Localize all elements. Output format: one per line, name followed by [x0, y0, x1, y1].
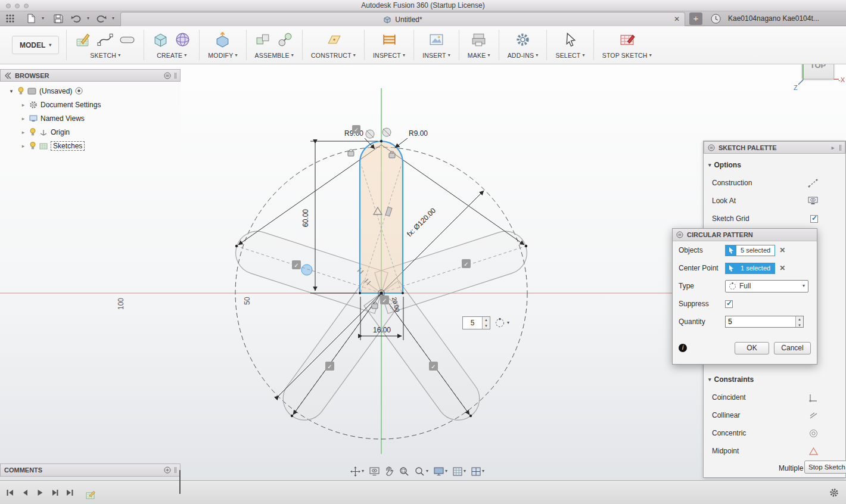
go-to-end-icon[interactable] [66, 489, 74, 497]
options-section-header[interactable]: Options [704, 158, 746, 172]
constraints-section-header[interactable]: Constraints [704, 372, 758, 387]
center-point-selection-chip[interactable]: 1 selected [725, 263, 775, 274]
browser-item-origin[interactable]: Origin [0, 125, 181, 139]
quantity-stepper[interactable] [482, 317, 490, 329]
viewports[interactable] [471, 467, 484, 476]
dim-diameter-text[interactable]: fx: Ø120.00 [405, 206, 437, 238]
browser-item-document-settings[interactable]: Document Settings [0, 98, 181, 111]
slot-icon[interactable] [119, 32, 135, 48]
ribbon-group-modify[interactable]: MODIFY [201, 26, 244, 64]
eye-icon[interactable] [75, 87, 83, 95]
ribbon-group-construct[interactable]: CONSTRUCT [304, 26, 363, 64]
recent-clock-icon[interactable] [710, 13, 721, 24]
collinear-icon[interactable] [809, 411, 818, 420]
create-box-icon[interactable] [153, 32, 169, 48]
look-at-tool[interactable] [369, 467, 380, 476]
ok-button[interactable]: OK [735, 342, 769, 354]
redo-icon[interactable] [95, 13, 107, 24]
app-grid-icon[interactable] [4, 13, 16, 24]
press-pull-icon[interactable] [214, 32, 231, 48]
timeline-sketch-icon[interactable] [86, 490, 96, 500]
workspace-mode-button[interactable]: MODEL [12, 36, 59, 54]
sketch-grid-checkbox[interactable] [810, 215, 818, 223]
browser-item-named-views[interactable]: Named Views [0, 111, 181, 125]
collapse-panel-icon[interactable] [4, 72, 11, 79]
disclosure-icon[interactable] [20, 102, 26, 108]
ribbon-group-inspect[interactable]: INSPECT [366, 26, 412, 64]
clear-objects-icon[interactable] [779, 246, 785, 254]
expand-panel-icon[interactable] [830, 145, 836, 151]
selected-blade-profile[interactable] [360, 141, 403, 293]
spline-icon[interactable] [97, 32, 113, 48]
palette-row-sketch-grid[interactable]: Sketch Grid [704, 210, 845, 227]
save-icon[interactable] [52, 13, 64, 24]
ribbon-group-create[interactable]: CREATE [145, 26, 198, 64]
panel-menu-icon[interactable] [708, 144, 715, 151]
ribbon-group-addins[interactable]: ADD-INS [500, 26, 546, 64]
selected-point-highlight[interactable] [301, 265, 312, 275]
undo-icon[interactable] [70, 13, 82, 24]
display-settings[interactable] [434, 467, 447, 476]
construction-line-icon[interactable] [808, 179, 818, 188]
zoom-window-tool[interactable] [399, 466, 409, 477]
objects-selection-chip[interactable]: 5 selected [725, 245, 775, 256]
go-to-start-icon[interactable] [6, 489, 14, 497]
new-tab-button[interactable] [689, 13, 702, 25]
ribbon-group-select[interactable]: SELECT [548, 26, 592, 64]
undo-caret[interactable] [82, 13, 94, 24]
coincident-icon[interactable] [809, 393, 818, 402]
panel-menu-icon[interactable] [164, 72, 171, 79]
constraint-row-concentric[interactable]: Concentric [704, 425, 845, 441]
dim-height-text[interactable]: 60.00 [301, 209, 310, 227]
visibility-bulb-icon[interactable] [29, 128, 36, 136]
insert-image-icon[interactable] [428, 32, 444, 48]
panel-grip[interactable] [175, 73, 176, 79]
panel-grip[interactable] [839, 145, 841, 151]
disclosure-icon[interactable] [20, 143, 26, 149]
constraint-row-collinear[interactable]: Collinear [704, 407, 845, 424]
concentric-icon[interactable] [809, 429, 818, 438]
panel-grip[interactable] [175, 467, 176, 473]
timeline-settings-gear-icon[interactable] [829, 488, 839, 497]
constraint-row-midpoint[interactable]: Midpoint [704, 443, 845, 459]
timeline-marker-line[interactable] [179, 470, 181, 494]
step-back-icon[interactable] [21, 489, 29, 497]
ribbon-group-insert[interactable]: INSERT [415, 26, 458, 64]
orbit-tool[interactable] [350, 466, 364, 477]
visibility-bulb-icon[interactable] [29, 142, 36, 150]
quantity-input[interactable] [726, 316, 795, 327]
assemble-icon[interactable] [255, 32, 271, 48]
palette-row-construction[interactable]: Construction [704, 175, 845, 191]
palette-row-look-at[interactable]: Look At [704, 192, 845, 209]
stop-sketch-icon[interactable] [619, 32, 635, 48]
look-at-icon[interactable] [808, 197, 818, 205]
info-icon[interactable] [679, 344, 687, 352]
file-menu-icon[interactable] [25, 13, 37, 24]
redo-caret[interactable] [107, 13, 119, 24]
origin-point[interactable] [380, 291, 382, 294]
timeline-sketch-marker[interactable] [86, 490, 96, 500]
measure-icon[interactable] [381, 32, 397, 48]
dialog-header[interactable]: CIRCULAR PATTERN [673, 229, 817, 241]
zoom-tool[interactable] [415, 466, 428, 477]
sketch-palette-header[interactable]: SKETCH PALETTE [704, 141, 845, 154]
play-icon[interactable] [36, 489, 44, 497]
account-user[interactable]: Kae0104nagano Kae0104t... [728, 14, 819, 23]
disclosure-icon[interactable] [20, 129, 26, 135]
dim-ref-50-text[interactable]: 50 [243, 297, 251, 305]
browser-item-root[interactable]: (Unsaved) [0, 84, 181, 98]
addins-gear-icon[interactable] [515, 32, 531, 48]
suppress-checkbox[interactable] [725, 300, 733, 308]
constraint-row-coincident[interactable]: Coincident [704, 389, 845, 406]
cancel-button[interactable]: Cancel [774, 342, 811, 354]
tangent-constraint-icons[interactable] [366, 128, 391, 138]
pan-tool[interactable] [385, 466, 394, 476]
type-select[interactable]: Full [725, 280, 808, 293]
add-comment-icon[interactable] [164, 466, 171, 474]
ribbon-group-make[interactable]: MAKE [461, 26, 497, 64]
quantity-value[interactable]: 5 [463, 317, 482, 329]
joint-icon[interactable] [277, 32, 293, 48]
ribbon-group-assemble[interactable]: ASSEMBLE [248, 26, 301, 64]
create-sphere-icon[interactable] [175, 32, 191, 48]
comments-bar[interactable]: COMMENTS [0, 463, 181, 477]
